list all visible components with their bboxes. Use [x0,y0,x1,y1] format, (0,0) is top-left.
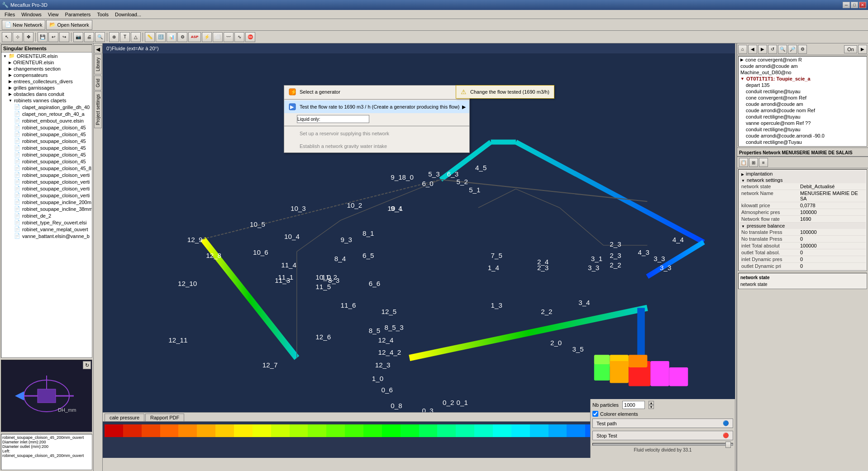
rp-tb-expand[interactable]: ▶ [858,45,867,54]
menu-files[interactable]: Files [2,11,18,18]
open-network-button[interactable]: 📂 Open Network [46,20,92,30]
list-item[interactable]: 📄robinet_soupape_incline_38mm [12,205,92,212]
viewport-3d[interactable]: 12_9 12_8 12_10 12_11 12_7 12_6 11_6 11_… [103,53,735,412]
rp-tb-rotate[interactable]: ↺ [768,45,777,54]
right-tree-item[interactable]: coude arrondi@coude am [739,63,867,69]
list-item[interactable]: 📄robinet_soupape_cloison_45 [12,158,92,165]
prop-tb-btn2[interactable]: ⊞ [749,158,758,167]
tool-undo[interactable]: ↩ [48,32,58,42]
on-button[interactable]: On [844,45,857,53]
side-tab-project-settings[interactable]: Project settings [94,91,102,128]
right-tree-item[interactable]: cone convergent@nom Ref [744,95,867,101]
ctx-test-flow[interactable]: ▶ Test the flow rate to 1690 m3 / h (Cre… [284,100,469,113]
right-tree-item[interactable]: coude arrondi@coude nom Ref [744,107,867,114]
rp-tb-home[interactable]: ⌂ [738,45,747,54]
ctx-select-generator[interactable]: ⚡ Select a generator [284,86,469,98]
list-item[interactable]: 📄robinet_de_2 [12,212,92,219]
liquid-only-input[interactable] [297,115,369,123]
right-tree-item[interactable]: coude arrondi@coude.arrondi -90.0 [744,133,867,139]
rp-tb-zoom-in[interactable]: 🔍 [778,45,787,54]
tab-rapport-pdf[interactable]: Rapport PDF [145,414,184,421]
list-item[interactable]: 📄robinet_soupape_cloison_verti [12,178,92,185]
nb-particles-input[interactable] [622,401,645,409]
prop-section-implantation[interactable]: implantation [739,171,866,177]
velocity-slider-thumb[interactable] [725,442,731,448]
right-tree-item[interactable]: conduit rectiligne@tuyau [744,126,867,133]
tool-generator[interactable]: ⚡ [202,32,212,42]
tool-move[interactable]: ✥ [24,32,33,42]
preview-refresh-button[interactable]: ↻ [83,361,91,369]
right-tree-item-ot0[interactable]: ▼ OT0T1T1T1: Toupie_scie_a [739,76,867,82]
tab-scale-pressure[interactable]: cale pressure [105,414,144,421]
tool-flow[interactable]: 〰 [224,32,234,42]
list-item[interactable]: 📄robinet_soupape_cloison_45 [12,124,92,131]
right-tree-item[interactable]: conduit rectiligne@tuyau [744,88,867,95]
side-tab-library[interactable]: Library [94,54,102,75]
rp-tb-nav-fwd[interactable]: ▶ [758,45,767,54]
tool-stop[interactable]: ⛔ [245,32,255,42]
tool-shape[interactable]: △ [131,32,141,42]
side-tab-grid[interactable]: Grid [94,76,102,90]
list-item[interactable]: 📄robinet_soupape_cloison_45_8 [12,165,92,171]
tree-item-entrees[interactable]: ▶ entrees_collecteurs_divers [7,78,92,85]
list-item[interactable]: 📄robinet_soupape_cloison_45 [12,144,92,151]
tool-wave[interactable]: ∿ [234,32,244,42]
list-item[interactable]: 📄 robinet_embout_ouvre.elsin [12,117,92,124]
tool-asp[interactable]: ASP [188,32,201,42]
tree-item-changements[interactable]: ▶ changements section [7,66,92,72]
menu-view[interactable]: View [45,11,62,18]
tool-cursor[interactable]: ⊕ [109,32,119,42]
tool-pipe[interactable]: ⬜ [213,32,223,42]
tree-item-robinets[interactable]: robinets vannes clapets [7,97,92,104]
close-button[interactable]: ✕ [859,2,866,8]
prop-section-network-settings[interactable]: network settings [739,177,866,183]
prop-tb-btn3[interactable]: ≡ [759,158,768,167]
prop-section-pressure[interactable]: pressure balance [739,223,866,229]
prop-tb-btn1[interactable]: 📋 [739,158,748,167]
right-tree-item[interactable]: coude arrondi@coude arrondi 90° [744,145,867,147]
right-tree-item[interactable]: vanne opercule@nom Ref ?? [744,120,867,126]
list-item[interactable]: 📄robinet_soupape_incline_200m [12,199,92,205]
tree-item-grilles[interactable]: ▶ grilles garnissages [7,85,92,91]
list-item[interactable]: 📄robinet_vanne_meplat_ouvert [12,226,92,233]
right-tree-item[interactable]: conduit rectiligne@tuyau [744,114,867,120]
colorer-checkbox[interactable] [592,411,598,417]
tree-item-orienteur[interactable]: ORIENTEUR.elsin [7,59,92,66]
right-tree-item[interactable]: depart 135 [744,82,867,88]
maximize-button[interactable]: □ [851,2,858,8]
tree-item-obstacles[interactable]: ▶ obstacles dans conduit [7,91,92,97]
right-tree-item[interactable]: coude arrondi@coude am [744,101,867,107]
tool-settings[interactable]: ⚙ [177,32,187,42]
new-network-button[interactable]: 📄 New Network [2,20,45,30]
tree-item-compensateurs[interactable]: ▶ compensateurs [7,72,92,78]
tool-arrow[interactable]: ↖ [2,32,12,42]
list-item[interactable]: 📄robinet_soupape_cloison_verti [12,192,92,199]
menu-parameters[interactable]: Parameters [62,11,94,18]
tool-zoom[interactable]: 🔍 [95,32,105,42]
tree-item-root[interactable]: 📁 ORIENTEUR.elsin [1,52,92,59]
rp-tb-settings[interactable]: ⚙ [798,45,807,54]
menu-windows[interactable]: Windows [19,11,44,18]
test-path-button[interactable]: Test path 🔵 [592,419,733,428]
tool-graph[interactable]: 📊 [167,32,176,42]
rp-tb-nav-back[interactable]: ◀ [748,45,757,54]
side-tab-collapse[interactable]: ◀ [94,45,102,53]
velocity-slider-track[interactable] [592,443,733,446]
tool-print[interactable]: 🖨 [84,32,94,42]
right-tree-item[interactable]: conduit rectiligne@Tuyau [744,139,867,145]
tool-text[interactable]: T [120,32,130,42]
menu-tools[interactable]: Tools [94,11,111,18]
tool-save[interactable]: 💾 [38,32,48,42]
tool-calc[interactable]: 🔢 [156,32,166,42]
list-item[interactable]: 📄robinet_soupape_cloison_45 [12,138,92,144]
spinner-up[interactable]: ▲ [649,401,654,405]
tool-redo[interactable]: ↪ [59,32,69,42]
menu-download[interactable]: Download... [112,11,144,18]
rp-tb-zoom-out[interactable]: 🔎 [788,45,797,54]
list-item[interactable]: 📄robinet_soupape_cloison_45 [12,131,92,138]
list-item[interactable]: 📄robinet_type_Rey_ouvert.elsi [12,219,92,226]
tool-select[interactable]: ⊹ [13,32,23,42]
spinner-down[interactable]: ▼ [649,405,654,409]
list-item[interactable]: 📄 clapet_non_retour_dh_40_a [12,110,92,117]
list-item[interactable]: 📄robinet_soupape_cloison_verti [12,185,92,192]
